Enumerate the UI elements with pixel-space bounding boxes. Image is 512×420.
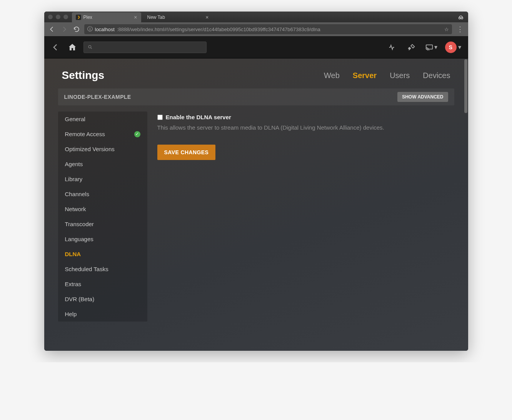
save-changes-button[interactable]: SAVE CHANGES	[157, 145, 216, 160]
browser-tab[interactable]: Plex×	[72, 12, 141, 22]
browser-window: Plex×New Tab× ⓘ localhost:8888/web/index…	[44, 12, 468, 351]
sidebar-item-label: Network	[65, 206, 86, 212]
traffic-close[interactable]	[48, 15, 53, 19]
sidebar-item-dvr-beta-[interactable]: DVR (Beta)	[58, 292, 147, 307]
plex-body: Settings WebServerUsersDevices LINODE-PL…	[44, 58, 468, 351]
settings-main-pane: Enable the DLNA server This allows the s…	[157, 112, 454, 322]
cast-button[interactable]: ▾	[425, 43, 437, 52]
show-advanced-button[interactable]: SHOW ADVANCED	[397, 92, 448, 102]
traffic-zoom[interactable]	[63, 15, 68, 19]
svg-rect-0	[76, 15, 81, 20]
sidebar-item-label: Transcoder	[65, 221, 94, 227]
browser-tab[interactable]: New Tab×	[143, 12, 213, 22]
enable-dlna-row[interactable]: Enable the DLNA server	[157, 114, 454, 120]
sidebar-item-channels[interactable]: Channels	[58, 187, 147, 202]
page-title: Settings	[62, 69, 104, 82]
status-ok-icon: ✓	[134, 131, 140, 137]
sidebar-item-extras[interactable]: Extras	[58, 277, 147, 292]
caret-down-icon: ▾	[434, 43, 437, 51]
address-bar[interactable]: ⓘ localhost:8888/web/index.html#!/settin…	[84, 24, 452, 34]
user-menu[interactable]: S ▾	[445, 42, 461, 53]
plex-favicon-icon	[76, 15, 81, 20]
activity-icon[interactable]	[387, 42, 398, 53]
sidebar-item-label: Remote Access	[65, 131, 105, 137]
sidebar-item-label: Scheduled Tasks	[65, 266, 108, 272]
server-bar: LINODE-PLEX-EXAMPLE SHOW ADVANCED	[58, 88, 454, 105]
sidebar-item-help[interactable]: Help	[58, 307, 147, 322]
bookmark-star-icon[interactable]: ☆	[444, 27, 449, 32]
sidebar-item-general[interactable]: General	[58, 112, 147, 127]
traffic-minimize[interactable]	[56, 15, 60, 19]
cast-icon	[425, 43, 434, 52]
sidebar-item-label: Library	[65, 176, 83, 182]
sidebar-item-library[interactable]: Library	[58, 172, 147, 187]
enable-dlna-label: Enable the DLNA server	[166, 114, 231, 120]
avatar: S	[445, 42, 457, 53]
sidebar-item-label: Agents	[65, 161, 83, 167]
tab-title: Plex	[83, 15, 92, 20]
browser-forward-button[interactable]	[60, 25, 69, 34]
scrollbar-thumb[interactable]	[464, 59, 467, 113]
sidebar-item-label: Help	[65, 311, 77, 317]
sidebar-item-label: Extras	[65, 281, 82, 287]
browser-toolbar: ⓘ localhost:8888/web/index.html#!/settin…	[44, 22, 468, 36]
settings-tab-users[interactable]: Users	[390, 71, 410, 80]
site-info-icon[interactable]: ⓘ	[87, 26, 93, 33]
sidebar-item-label: DLNA	[65, 251, 81, 257]
sidebar-item-label: Optimized Versions	[65, 146, 115, 152]
settings-tab-web[interactable]: Web	[324, 71, 340, 80]
caret-down-icon: ▾	[458, 43, 461, 51]
sidebar-item-optimized-versions[interactable]: Optimized Versions	[58, 142, 147, 157]
settings-tabs: WebServerUsersDevices	[324, 71, 450, 80]
avatar-initial: S	[449, 44, 452, 50]
sidebar-item-transcoder[interactable]: Transcoder	[58, 217, 147, 232]
settings-sidebar: GeneralRemote Access✓Optimized VersionsA…	[58, 112, 147, 322]
sidebar-item-dlna[interactable]: DLNA	[58, 247, 147, 262]
window-titlebar: Plex×New Tab×	[44, 12, 468, 22]
browser-reload-button[interactable]	[72, 25, 81, 34]
tab-close-icon[interactable]: ×	[205, 15, 208, 20]
settings-tab-devices[interactable]: Devices	[423, 71, 450, 80]
sidebar-item-label: General	[65, 116, 85, 122]
sidebar-item-network[interactable]: Network	[58, 202, 147, 217]
enable-dlna-checkbox[interactable]	[157, 115, 163, 120]
content-row: GeneralRemote Access✓Optimized VersionsA…	[58, 112, 454, 322]
tab-close-icon[interactable]: ×	[134, 15, 137, 20]
sidebar-item-languages[interactable]: Languages	[58, 232, 147, 247]
sidebar-item-scheduled-tasks[interactable]: Scheduled Tasks	[58, 262, 147, 277]
dlna-description: This allows the server to stream media t…	[157, 124, 454, 131]
plex-header: ▾ S ▾	[44, 36, 468, 58]
sidebar-item-label: DVR (Beta)	[65, 296, 95, 302]
scrollbar[interactable]	[464, 58, 467, 351]
incognito-icon	[457, 14, 464, 21]
browser-back-button[interactable]	[47, 25, 57, 34]
svg-rect-4	[426, 45, 432, 49]
browser-menu-button[interactable]: ⋮	[457, 25, 464, 33]
browser-tabbar: Plex×New Tab×	[72, 12, 215, 22]
plex-back-button[interactable]	[50, 42, 61, 53]
tab-title: New Tab	[147, 15, 165, 20]
settings-header: Settings WebServerUsersDevices	[44, 58, 468, 88]
sidebar-item-agents[interactable]: Agents	[58, 157, 147, 172]
plex-header-right: ▾ S ▾	[387, 42, 463, 53]
svg-point-3	[88, 45, 91, 48]
url-host: localhost	[95, 27, 115, 32]
search-icon	[88, 45, 93, 50]
traffic-lights	[48, 15, 68, 19]
sidebar-item-label: Languages	[65, 236, 93, 242]
sidebar-item-remote-access[interactable]: Remote Access✓	[58, 127, 147, 142]
settings-tab-server[interactable]: Server	[353, 71, 377, 80]
settings-tools-icon[interactable]	[406, 42, 417, 53]
url-path: :8888/web/index.html#!/settings/server/d…	[117, 27, 320, 32]
sidebar-item-label: Channels	[65, 191, 89, 197]
search-input[interactable]	[83, 42, 207, 53]
home-button[interactable]	[67, 42, 78, 53]
server-name: LINODE-PLEX-EXAMPLE	[64, 94, 131, 100]
